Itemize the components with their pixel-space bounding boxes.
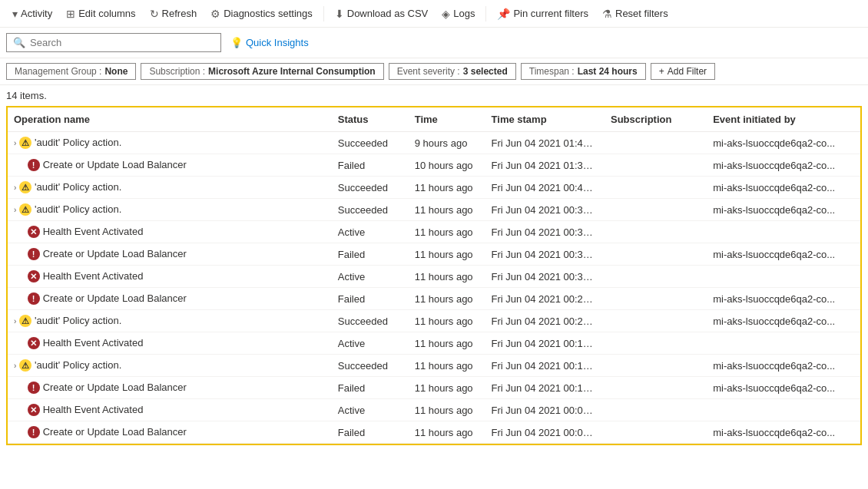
- logs-icon: ◈: [442, 8, 450, 20]
- subscription-filter[interactable]: Subscription : Microsoft Azure Internal …: [141, 63, 383, 80]
- cell-subscription: [605, 154, 707, 177]
- cell-operation: !Create or Update Load Balancer: [8, 154, 332, 177]
- cell-operation: ✕Health Event Activated: [8, 221, 332, 243]
- download-button[interactable]: ⬇ Download as CSV: [329, 5, 435, 23]
- pin-filters-button[interactable]: 📌 Pin current filters: [491, 5, 595, 23]
- add-filter-button[interactable]: + Add Filter: [651, 63, 715, 80]
- cell-time: 11 hours ago: [409, 399, 485, 421]
- filter-icon: ⚗: [602, 8, 612, 20]
- cell-status: Succeeded: [332, 132, 409, 154]
- cell-status: Failed: [332, 288, 409, 310]
- event-severity-filter[interactable]: Event severity : 3 selected: [389, 63, 516, 80]
- cell-event-by: mi-aks-lsuoccqde6qa2-co...: [707, 132, 860, 154]
- plus-icon: +: [659, 66, 664, 77]
- cell-timestamp: Fri Jun 04 2021 00:43:3...: [485, 177, 605, 199]
- cell-subscription: [605, 332, 707, 355]
- expand-chevron[interactable]: ›: [14, 183, 16, 192]
- cell-time: 11 hours ago: [409, 288, 485, 310]
- operation-name: Health Event Activated: [43, 337, 144, 349]
- management-group-filter[interactable]: Management Group : None: [6, 63, 136, 80]
- col-header-operation[interactable]: Operation name: [8, 107, 332, 132]
- cell-status: Active: [332, 266, 409, 288]
- col-header-status[interactable]: Status: [332, 107, 409, 132]
- operation-name: Create or Update Load Balancer: [43, 382, 187, 393]
- operation-name: 'audit' Policy action.: [35, 181, 121, 193]
- col-header-subscription[interactable]: Subscription: [605, 107, 707, 132]
- cell-timestamp: Fri Jun 04 2021 00:33:0...: [485, 243, 605, 266]
- table-row[interactable]: !Create or Update Load BalancerFailed11 …: [8, 377, 860, 399]
- cell-status: Succeeded: [332, 199, 409, 221]
- separator-2: [485, 6, 486, 21]
- edit-columns-button[interactable]: ⊞ Edit columns: [60, 5, 141, 23]
- reset-filters-button[interactable]: ⚗ Reset filters: [596, 5, 674, 23]
- cell-status: Active: [332, 399, 409, 421]
- expand-chevron[interactable]: ›: [14, 317, 16, 325]
- table-row[interactable]: › ⚠'audit' Policy action.Succeeded11 hou…: [8, 199, 860, 221]
- cell-timestamp: Fri Jun 04 2021 00:02:1...: [485, 399, 605, 421]
- health-icon: ✕: [28, 404, 40, 416]
- cell-subscription: [605, 377, 707, 399]
- cell-time: 10 hours ago: [409, 154, 485, 177]
- cell-time: 11 hours ago: [409, 310, 485, 332]
- operation-name: Health Event Activated: [43, 270, 144, 282]
- cell-event-by: mi-aks-lsuoccqde6qa2-co...: [707, 377, 860, 399]
- refresh-button[interactable]: ↻ Refresh: [144, 5, 204, 23]
- cell-subscription: [605, 177, 707, 199]
- cell-event-by: mi-aks-lsuoccqde6qa2-co...: [707, 355, 860, 377]
- expand-chevron[interactable]: ›: [14, 206, 16, 214]
- search-row: 🔍 💡 Quick Insights: [0, 28, 868, 58]
- timespan-filter[interactable]: Timespan : Last 24 hours: [521, 63, 646, 80]
- cell-timestamp: Fri Jun 04 2021 00:39:5...: [485, 199, 605, 221]
- col-header-time[interactable]: Time: [409, 107, 485, 132]
- search-input[interactable]: [30, 37, 214, 48]
- operation-name: Create or Update Load Balancer: [43, 248, 187, 259]
- cell-subscription: [605, 266, 707, 288]
- col-header-timestamp[interactable]: Time stamp: [485, 107, 605, 132]
- diagnostics-button[interactable]: ⚙ Diagnostics settings: [204, 5, 319, 23]
- table-row[interactable]: › ⚠'audit' Policy action.Succeeded11 hou…: [8, 177, 860, 199]
- activity-table: Operation name Status Time Time stamp Su…: [8, 107, 860, 444]
- table-row[interactable]: ✕Health Event ActivatedActive11 hours ag…: [8, 221, 860, 243]
- activity-button[interactable]: ▾ Activity: [6, 5, 58, 23]
- cell-timestamp: Fri Jun 04 2021 01:35:0...: [485, 154, 605, 177]
- cell-operation: › ⚠'audit' Policy action.: [8, 199, 332, 221]
- cell-operation: !Create or Update Load Balancer: [8, 421, 332, 444]
- error-icon: !: [28, 159, 40, 171]
- cell-time: 11 hours ago: [409, 332, 485, 355]
- expand-chevron[interactable]: ›: [14, 139, 16, 147]
- cell-subscription: [605, 355, 707, 377]
- cell-status: Succeeded: [332, 177, 409, 199]
- cell-timestamp: Fri Jun 04 2021 00:12:2...: [485, 332, 605, 355]
- quick-insights-button[interactable]: 💡 Quick Insights: [230, 37, 309, 48]
- table-row[interactable]: !Create or Update Load BalancerFailed11 …: [8, 421, 860, 444]
- search-icon: 🔍: [13, 37, 25, 48]
- cell-time: 11 hours ago: [409, 177, 485, 199]
- cell-timestamp: Fri Jun 04 2021 00:28:2...: [485, 288, 605, 310]
- operation-name: 'audit' Policy action.: [35, 203, 121, 215]
- table-row[interactable]: ✕Health Event ActivatedActive11 hours ag…: [8, 266, 860, 288]
- table-row[interactable]: ✕Health Event ActivatedActive11 hours ag…: [8, 332, 860, 355]
- table-row[interactable]: ✕Health Event ActivatedActive11 hours ag…: [8, 399, 860, 421]
- health-icon: ✕: [28, 337, 40, 349]
- expand-chevron[interactable]: ›: [14, 362, 16, 370]
- operation-name: Create or Update Load Balancer: [43, 426, 187, 438]
- error-icon: !: [28, 248, 40, 260]
- logs-button[interactable]: ◈ Logs: [436, 5, 481, 23]
- cell-operation: › ⚠'audit' Policy action.: [8, 355, 332, 377]
- table-row[interactable]: › ⚠'audit' Policy action.Succeeded11 hou…: [8, 310, 860, 332]
- cell-status: Active: [332, 332, 409, 355]
- col-header-event-by[interactable]: Event initiated by: [707, 107, 860, 132]
- warning-icon: ⚠: [19, 315, 31, 327]
- operation-name: Create or Update Load Balancer: [43, 292, 187, 304]
- table-row[interactable]: › ⚠'audit' Policy action.Succeeded9 hour…: [8, 132, 860, 154]
- table-row[interactable]: !Create or Update Load BalancerFailed11 …: [8, 243, 860, 266]
- table-container: Operation name Status Time Time stamp Su…: [8, 107, 860, 444]
- warning-icon: ⚠: [19, 137, 31, 149]
- table-row[interactable]: !Create or Update Load BalancerFailed10 …: [8, 154, 860, 177]
- cell-subscription: [605, 288, 707, 310]
- table-row[interactable]: › ⚠'audit' Policy action.Succeeded11 hou…: [8, 355, 860, 377]
- table-row[interactable]: !Create or Update Load BalancerFailed11 …: [8, 288, 860, 310]
- gear-icon: ⚙: [210, 8, 220, 20]
- toolbar: ▾ Activity ⊞ Edit columns ↻ Refresh ⚙ Di…: [0, 0, 868, 28]
- cell-operation: ✕Health Event Activated: [8, 399, 332, 421]
